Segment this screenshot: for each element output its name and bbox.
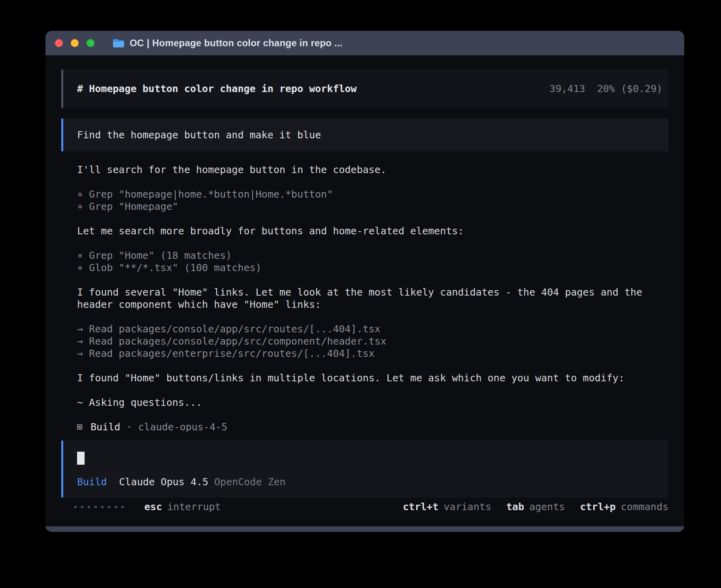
text-cursor: [77, 452, 85, 465]
terminal-window: OC | Homepage button color change in rep…: [45, 31, 684, 532]
window-titlebar: OC | Homepage button color change in rep…: [45, 31, 684, 55]
assistant-message: I found several "Home" links. Let me loo…: [77, 286, 654, 311]
agent-name: Build: [91, 421, 120, 433]
token-count: 39,413: [549, 83, 585, 94]
agent-separator: ·: [126, 421, 132, 433]
close-button[interactable]: [55, 39, 63, 47]
progress-dots: [74, 506, 124, 508]
zoom-button[interactable]: [87, 39, 94, 47]
prompt-input[interactable]: Build Claude Opus 4.5 OpenCode Zen: [61, 441, 668, 498]
user-message: Find the homepage button and make it blu…: [61, 119, 668, 151]
agent-model: claude-opus-4-5: [138, 421, 227, 433]
terminal-content: # Homepage button color change in repo w…: [45, 55, 684, 526]
tool-call-grep: ∗ Grep "Home" (18 matches): [77, 249, 668, 262]
input-provider-label: OpenCode Zen: [214, 476, 286, 488]
input-model-label: Claude Opus 4.5: [119, 476, 208, 488]
minimize-button[interactable]: [71, 39, 79, 47]
status-message: ~ Asking questions...: [77, 396, 668, 409]
tool-call-grep: ∗ Grep "homepage|home.*button|Home.*butt…: [77, 188, 668, 200]
session-title: # Homepage button color change in repo w…: [77, 83, 357, 94]
folder-icon: [113, 38, 125, 48]
tool-call-read: → Read packages/enterprise/src/routes/[.…: [77, 347, 668, 360]
tool-call-read: → Read packages/console/app/src/routes/[…: [77, 323, 668, 335]
context-cost: 20% ($0.29): [597, 83, 662, 94]
input-meta: Build Claude Opus 4.5 OpenCode Zen: [77, 476, 655, 488]
tool-call-read: → Read packages/console/app/src/componen…: [77, 335, 668, 347]
user-message-text: Find the homepage button and make it blu…: [77, 129, 321, 141]
tool-call-grep: ∗ Grep "Homepage": [77, 200, 668, 213]
assistant-message: I found "Home" buttons/links in multiple…: [77, 372, 668, 384]
session-header: # Homepage button color change in repo w…: [61, 70, 668, 108]
agent-status-line: Build · claude-opus-4-5: [77, 421, 668, 433]
session-stats: 39,413 20% ($0.29): [549, 83, 662, 94]
input-mode-label: Build: [77, 476, 107, 488]
hint-agents: tab agents: [506, 501, 565, 513]
tool-call-glob: ∗ Glob "**/*.tsx" (100 matches): [77, 262, 668, 274]
window-title: OC | Homepage button color change in rep…: [130, 38, 342, 49]
status-bar: esc interrupt ctrl+t variants tab agents…: [74, 501, 668, 513]
esc-key-label: interrupt: [167, 501, 221, 513]
traffic-lights: [55, 39, 102, 47]
hint-commands: ctrl+p commands: [580, 501, 668, 513]
agent-icon: [77, 424, 82, 430]
window-title-group: OC | Homepage button color change in rep…: [113, 38, 342, 49]
hint-variants: ctrl+t variants: [403, 501, 491, 513]
assistant-message: I'll search for the homepage button in t…: [77, 164, 668, 176]
assistant-message: Let me search more broadly for buttons a…: [77, 225, 668, 237]
esc-key-hint: esc: [144, 501, 162, 513]
